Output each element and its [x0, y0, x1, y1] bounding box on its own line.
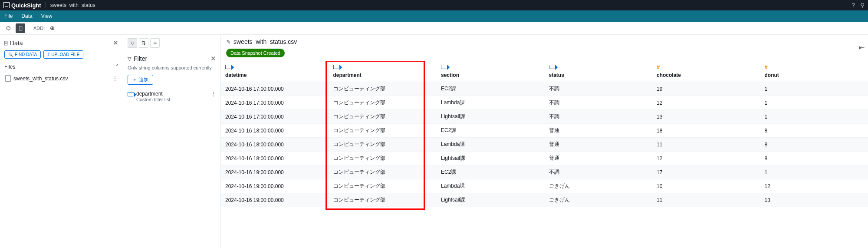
column-label: donut — [765, 72, 779, 78]
cell-section[interactable]: Lambda課 — [437, 96, 545, 110]
cell-chocolate[interactable]: 13 — [652, 110, 760, 124]
filter-title: Filter — [134, 55, 147, 62]
close-filter-panel[interactable]: ✕ — [210, 55, 216, 63]
status-badge: Data Snapshot Created — [226, 49, 285, 57]
cell-section[interactable]: Lightsail課 — [437, 110, 545, 124]
column-label: chocolate — [657, 72, 681, 78]
cell-donut[interactable]: 8 — [760, 124, 868, 138]
filter-item-menu-icon[interactable]: ⋮ — [211, 91, 216, 97]
find-data-button[interactable]: FIND DATA — [4, 50, 41, 59]
user-icon[interactable]: ⚲ — [860, 2, 865, 9]
cell-department[interactable]: コンピューティング部 — [329, 110, 437, 124]
cell-chocolate[interactable]: 19 — [652, 82, 760, 96]
cell-donut[interactable]: 12 — [760, 179, 868, 193]
cell-section[interactable]: EC2課 — [437, 82, 545, 96]
cell-status[interactable]: 普通 — [545, 152, 653, 165]
app-topbar: QuickSight sweets_with_status ? ⚲ — [0, 0, 868, 10]
cell-donut[interactable]: 1 — [760, 165, 868, 179]
cell-chocolate[interactable]: 17 — [652, 165, 760, 179]
filter-tool-filter[interactable] — [128, 38, 137, 48]
cell-section[interactable]: Lambda課 — [437, 138, 545, 152]
files-heading: Files — [4, 64, 15, 70]
cell-datetime[interactable]: 2024-10-16 19:00:00.000 — [221, 165, 329, 179]
table-row: 2024-10-16 19:00:00.000コンピューティング部EC2課不調1… — [221, 165, 868, 179]
string-type-icon — [549, 64, 648, 70]
string-type-icon — [225, 64, 325, 70]
upload-icon — [47, 52, 49, 57]
cell-department[interactable]: コンピューティング部 — [329, 96, 437, 110]
cell-donut[interactable]: 8 — [760, 138, 868, 152]
column-label: section — [441, 72, 459, 78]
file-menu-icon[interactable]: ⋮ — [112, 76, 118, 82]
cell-datetime[interactable]: 2024-10-16 17:00:00.000 — [221, 82, 329, 96]
menu-view[interactable]: View — [41, 13, 53, 19]
cell-status[interactable]: 不調 — [545, 110, 653, 124]
files-collapse-icon[interactable]: ˄ — [116, 64, 118, 70]
add-button[interactable] — [47, 23, 57, 33]
cell-chocolate[interactable]: 11 — [652, 138, 760, 152]
cell-chocolate[interactable]: 10 — [652, 179, 760, 193]
cell-status[interactable]: 不調 — [545, 165, 653, 179]
collapse-right-icon[interactable]: ⇤ — [859, 43, 865, 52]
cell-status[interactable]: ごきげん — [545, 179, 653, 193]
column-header-donut[interactable]: #donut — [760, 61, 868, 82]
cell-chocolate[interactable]: 12 — [652, 152, 760, 165]
filter-tool-sort[interactable] — [139, 38, 148, 48]
cell-datetime[interactable]: 2024-10-16 19:00:00.000 — [221, 179, 329, 193]
cell-datetime[interactable]: 2024-10-16 17:00:00.000 — [221, 110, 329, 124]
cell-department[interactable]: コンピューティング部 — [329, 179, 437, 193]
cell-chocolate[interactable]: 12 — [652, 96, 760, 110]
filter-hint: Only string columns supported currently — [128, 65, 216, 70]
close-data-panel[interactable]: ✕ — [113, 39, 118, 47]
filter-tool-list[interactable] — [150, 38, 160, 48]
content-title: sweets_with_status.csv — [233, 38, 297, 45]
column-header-chocolate[interactable]: #chocolate — [652, 61, 760, 82]
cell-section[interactable]: EC2課 — [437, 124, 545, 138]
cell-status[interactable]: ごきげん — [545, 193, 653, 207]
schema-view-button[interactable] — [3, 23, 13, 33]
cell-status[interactable]: 普通 — [545, 138, 653, 152]
cell-chocolate[interactable]: 18 — [652, 124, 760, 138]
data-view-button[interactable] — [16, 23, 25, 33]
cell-datetime[interactable]: 2024-10-16 18:00:00.000 — [221, 124, 329, 138]
cell-department[interactable]: コンピューティング部 — [329, 138, 437, 152]
cell-section[interactable]: Lightsail課 — [437, 193, 545, 207]
column-header-department[interactable]: department — [329, 61, 437, 82]
cell-datetime[interactable]: 2024-10-16 18:00:00.000 — [221, 152, 329, 165]
cell-donut[interactable]: 13 — [760, 193, 868, 207]
cell-datetime[interactable]: 2024-10-16 18:00:00.000 — [221, 138, 329, 152]
menu-file[interactable]: File — [4, 13, 13, 19]
cell-department[interactable]: コンピューティング部 — [329, 165, 437, 179]
cell-donut[interactable]: 8 — [760, 152, 868, 165]
cell-status[interactable]: 不調 — [545, 96, 653, 110]
column-header-status[interactable]: status — [545, 61, 653, 82]
filter-item[interactable]: department Custom filter list ⋮ — [128, 91, 216, 102]
edit-icon[interactable] — [226, 38, 231, 45]
help-icon[interactable]: ? — [852, 2, 855, 9]
menu-data[interactable]: Data — [21, 13, 32, 19]
cell-datetime[interactable]: 2024-10-16 17:00:00.000 — [221, 96, 329, 110]
file-item[interactable]: sweets_with_status.csv ⋮ — [4, 73, 118, 84]
cell-section[interactable]: EC2課 — [437, 165, 545, 179]
upload-file-button[interactable]: UPLOAD FILE — [43, 50, 83, 59]
quicksight-icon — [3, 2, 10, 8]
cell-department[interactable]: コンピューティング部 — [329, 124, 437, 138]
brand-logo[interactable]: QuickSight — [3, 2, 41, 9]
cell-section[interactable]: Lambda課 — [437, 179, 545, 193]
cell-chocolate[interactable]: 11 — [652, 193, 760, 207]
column-label: department — [333, 72, 362, 78]
cell-status[interactable]: 普通 — [545, 124, 653, 138]
filter-item-sub: Custom filter list — [136, 97, 170, 102]
cell-status[interactable]: 不調 — [545, 82, 653, 96]
add-filter-button[interactable]: ＋ 追加 — [128, 75, 153, 85]
cell-donut[interactable]: 1 — [760, 110, 868, 124]
cell-donut[interactable]: 1 — [760, 82, 868, 96]
cell-donut[interactable]: 1 — [760, 96, 868, 110]
cell-department[interactable]: コンピューティング部 — [329, 82, 437, 96]
cell-section[interactable]: Lightsail課 — [437, 152, 545, 165]
column-header-datetime[interactable]: datetime — [221, 61, 329, 82]
cell-department[interactable]: コンピューティング部 — [329, 193, 437, 207]
cell-department[interactable]: コンピューティング部 — [329, 152, 437, 165]
cell-datetime[interactable]: 2024-10-16 19:00:00.000 — [221, 193, 329, 207]
column-header-section[interactable]: section — [437, 61, 545, 82]
